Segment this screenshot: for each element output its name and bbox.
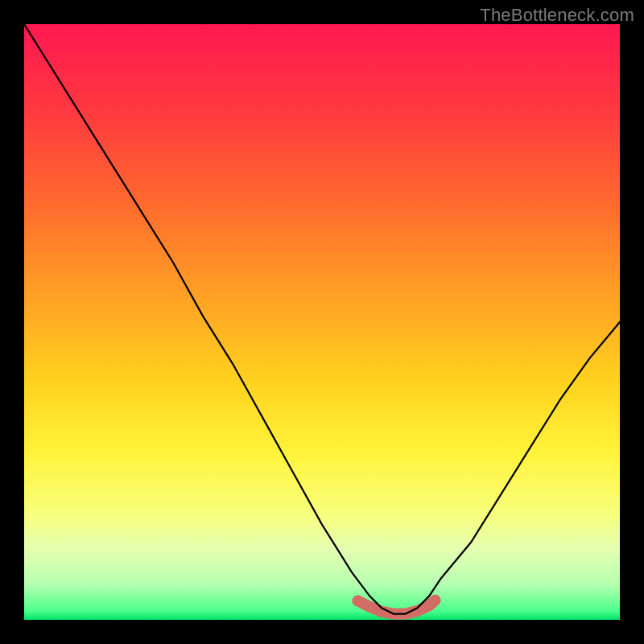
heatmap-background bbox=[24, 24, 620, 620]
svg-rect-0 bbox=[24, 24, 620, 620]
watermark-text: TheBottleneck.com bbox=[480, 5, 634, 26]
chart-frame: TheBottleneck.com bbox=[0, 0, 644, 644]
plot-area bbox=[24, 24, 620, 620]
